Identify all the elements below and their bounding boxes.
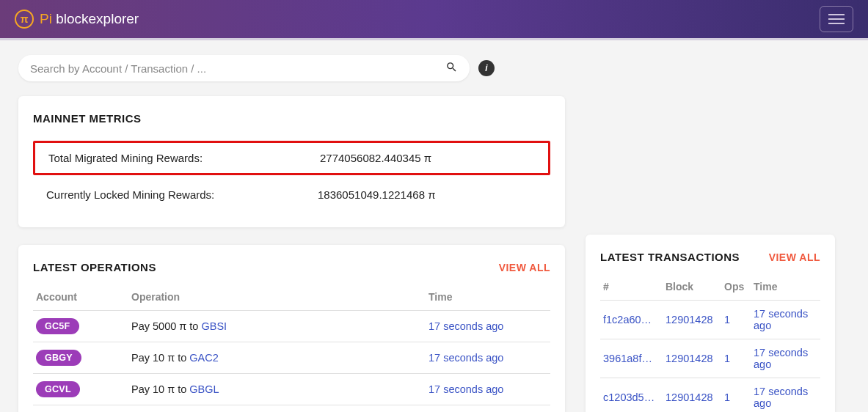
transaction-hash-link[interactable]: 3961a8f… — [603, 353, 652, 364]
operations-header-account: Account — [33, 285, 128, 311]
transaction-hash-link[interactable]: f1c2a60… — [603, 314, 652, 325]
transaction-time-link[interactable]: 17 seconds ago — [754, 308, 808, 331]
transaction-time-link[interactable]: 17 seconds ago — [754, 347, 808, 370]
metrics-title: MAINNET METRICS — [33, 112, 550, 125]
operation-target-link[interactable]: GAC2 — [189, 352, 219, 364]
transactions-view-all-link[interactable]: VIEW ALL — [769, 251, 820, 263]
operation-cell: Pay 0.0000121 π to GCEN — [128, 405, 426, 413]
transactions-header-ops: Ops — [721, 275, 751, 301]
latest-operations-card: LATEST OPERATIONS VIEW ALL Account Opera… — [18, 245, 565, 412]
operation-target-link[interactable]: GBSI — [201, 320, 227, 332]
brand-logo[interactable]: π Pi blockexplorer — [15, 10, 139, 29]
transaction-hash-link[interactable]: c1203d5… — [603, 391, 654, 403]
metrics-value: 1836051049.1221468 π — [318, 188, 537, 201]
operations-header-operation: Operation — [128, 285, 426, 311]
transaction-block-link[interactable]: 12901428 — [665, 391, 713, 403]
operations-header-time: Time — [426, 285, 550, 311]
table-row: c1203d5…12901428117 seconds ago — [600, 378, 820, 413]
operation-cell: Pay 10 π to GAC2 — [128, 342, 426, 374]
operations-view-all-link[interactable]: VIEW ALL — [499, 262, 550, 273]
transactions-header-hash: # — [600, 275, 663, 301]
transactions-header-block: Block — [663, 275, 721, 301]
search-bar[interactable] — [18, 55, 470, 81]
operation-cell: Pay 10 π to GBGL — [128, 374, 426, 405]
operation-time-link[interactable]: 17 seconds ago — [428, 383, 503, 395]
operation-time-link[interactable]: 17 seconds ago — [428, 352, 503, 364]
search-input[interactable] — [30, 62, 445, 75]
table-row: GCVLPay 10 π to GBGL17 seconds ago — [33, 374, 550, 405]
search-icon[interactable] — [445, 61, 458, 76]
table-row: GC66Pay 0.0000121 π to GCEN22 seconds ag… — [33, 405, 550, 413]
latest-transactions-card: LATEST TRANSACTIONS VIEW ALL # Block Ops… — [586, 235, 835, 412]
brand-title: Pi blockexplorer — [40, 11, 139, 27]
brand-pi-text: Pi — [40, 11, 52, 26]
table-row: f1c2a60…12901428117 seconds ago — [600, 301, 820, 339]
metrics-label: Total Migrated Mining Rewards: — [48, 152, 320, 164]
transactions-title: LATEST TRANSACTIONS — [600, 251, 740, 263]
account-badge[interactable]: GC5F — [36, 318, 79, 334]
pi-logo-icon: π — [15, 10, 34, 29]
menu-button[interactable] — [820, 6, 853, 32]
info-button[interactable]: i — [478, 60, 495, 76]
table-row: 3961a8f…12901428117 seconds ago — [600, 339, 820, 378]
mainnet-metrics-card: MAINNET METRICS Total Migrated Mining Re… — [18, 96, 565, 227]
app-header: π Pi blockexplorer — [0, 0, 868, 40]
transactions-header-time: Time — [751, 275, 820, 301]
account-badge[interactable]: GBGY — [36, 350, 81, 366]
metrics-row: Currently Locked Mining Rewards:18360510… — [33, 180, 550, 210]
table-row: GC5FPay 5000 π to GBSI17 seconds ago — [33, 311, 550, 342]
account-badge[interactable]: GCVL — [36, 381, 80, 397]
metrics-value: 2774056082.440345 π — [320, 152, 535, 164]
metrics-label: Currently Locked Mining Rewards: — [46, 188, 318, 201]
operation-cell: Pay 5000 π to GBSI — [128, 311, 426, 342]
brand-explorer-text: blockexplorer — [56, 11, 139, 26]
transaction-ops-link[interactable]: 1 — [724, 391, 730, 403]
transaction-ops-link[interactable]: 1 — [724, 314, 730, 325]
operations-table: Account Operation Time GC5FPay 5000 π to… — [33, 285, 550, 412]
operation-target-link[interactable]: GBGL — [189, 383, 219, 395]
table-row: GBGYPay 10 π to GAC217 seconds ago — [33, 342, 550, 374]
transaction-block-link[interactable]: 12901428 — [665, 314, 713, 325]
transaction-block-link[interactable]: 12901428 — [665, 353, 713, 364]
operation-time-link[interactable]: 17 seconds ago — [428, 320, 503, 332]
transaction-ops-link[interactable]: 1 — [724, 353, 730, 364]
transactions-table: # Block Ops Time f1c2a60…12901428117 sec… — [600, 275, 820, 412]
metrics-row: Total Migrated Mining Rewards:2774056082… — [33, 141, 550, 175]
transaction-time-link[interactable]: 17 seconds ago — [754, 386, 808, 409]
operations-title: LATEST OPERATIONS — [33, 261, 156, 273]
